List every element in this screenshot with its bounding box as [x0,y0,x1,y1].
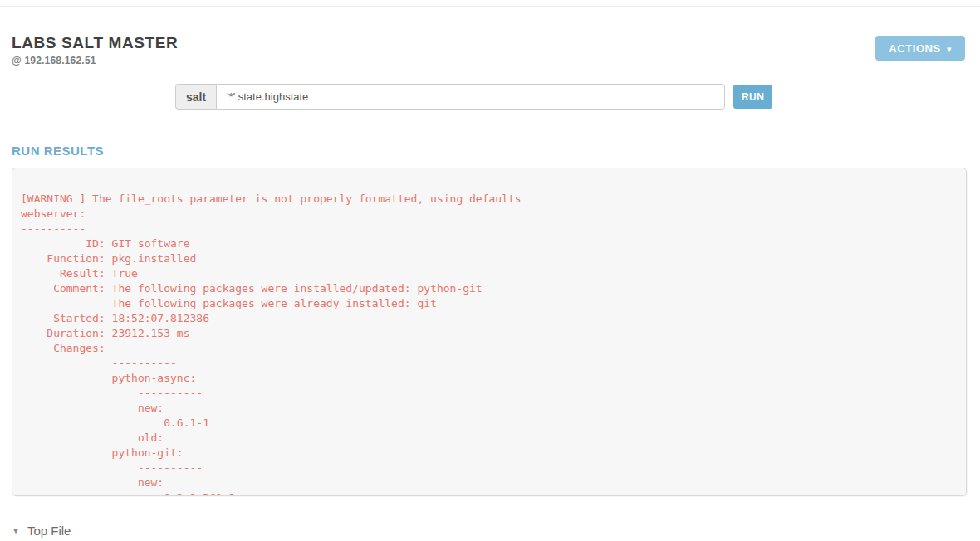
header-titles: LABS SALT MASTER @ 192.168.162.51 [12,34,178,66]
triangle-down-icon: ▼ [12,527,20,535]
run-results-heading: RUN RESULTS [12,144,968,158]
actions-button[interactable]: ACTIONS ▾ [875,36,965,61]
command-prefix-label: salt [175,84,216,110]
console-output: [WARNING ] The file_roots parameter is n… [12,168,966,496]
command-input[interactable] [216,84,725,110]
caret-down-icon: ▾ [947,45,952,54]
run-results-panel[interactable]: [WARNING ] The file_roots parameter is n… [12,168,967,496]
command-input-group: salt [175,84,725,110]
page-header: LABS SALT MASTER @ 192.168.162.51 ACTION… [12,34,968,66]
master-address: @ 192.168.162.51 [12,55,178,66]
top-file-toggle[interactable]: ▼ Top File [12,524,968,538]
salt-master-page: LABS SALT MASTER @ 192.168.162.51 ACTION… [0,34,980,538]
page-top-divider [0,0,980,7]
page-title: LABS SALT MASTER [12,34,178,51]
actions-button-label: ACTIONS [889,42,941,55]
run-button[interactable]: RUN [733,85,772,109]
top-file-label: Top File [27,524,71,538]
command-row: salt RUN [175,84,968,110]
